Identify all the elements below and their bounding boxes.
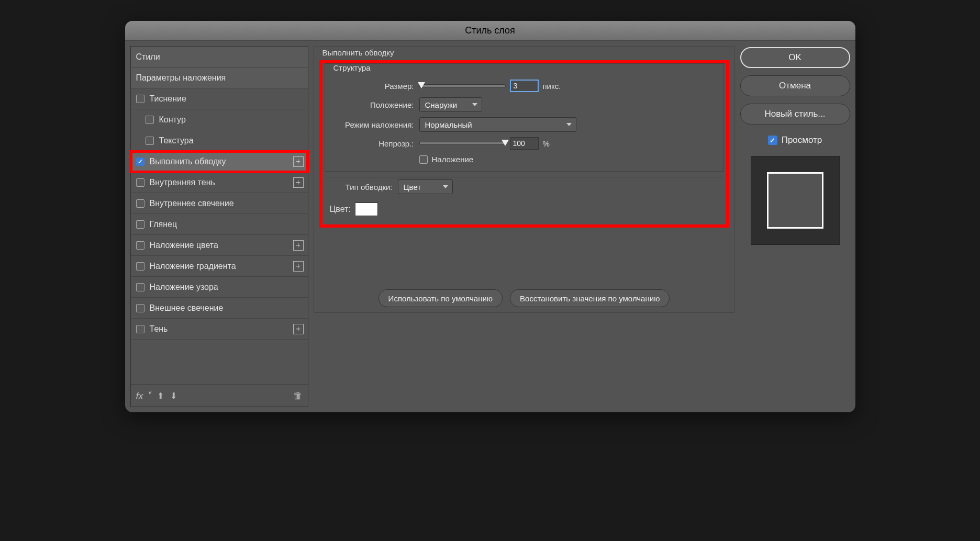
sidebar-item-outer-glow[interactable]: Внешнее свечение bbox=[131, 298, 308, 319]
size-label: Размер: bbox=[330, 82, 419, 91]
size-row: Размер: пикс. bbox=[330, 80, 718, 92]
opacity-slider[interactable] bbox=[419, 142, 506, 145]
blendmode-row: Режим наложения: Нормальный bbox=[330, 117, 718, 132]
size-input[interactable] bbox=[510, 80, 539, 92]
sidebar-styles-header[interactable]: Стили bbox=[131, 47, 308, 67]
cancel-button[interactable]: Отмена bbox=[740, 75, 850, 96]
overprint-checkbox[interactable]: Наложение bbox=[419, 155, 474, 164]
checkbox-icon[interactable] bbox=[146, 116, 154, 124]
structure-legend: Структура bbox=[330, 63, 374, 72]
filltype-select[interactable]: Цвет bbox=[398, 179, 453, 194]
overprint-row: Наложение bbox=[330, 155, 718, 164]
dialog-title: Стиль слоя bbox=[465, 25, 515, 36]
checkbox-icon[interactable] bbox=[136, 304, 144, 312]
color-row: Цвет: bbox=[330, 202, 719, 216]
ok-button[interactable]: OK bbox=[740, 47, 850, 68]
make-default-button[interactable]: Использовать по умолчанию bbox=[378, 289, 503, 307]
color-swatch[interactable] bbox=[355, 202, 378, 216]
dialog-body: Стили Параметры наложения Тиснение Конту… bbox=[125, 41, 855, 412]
move-up-icon[interactable]: ⬆ bbox=[157, 391, 164, 401]
opacity-input[interactable] bbox=[510, 137, 539, 150]
preview-checkbox-row[interactable]: ✓ Просмотр bbox=[740, 135, 850, 145]
color-label: Цвет: bbox=[330, 205, 351, 214]
sidebar-item-color-overlay[interactable]: Наложение цвета＋ bbox=[131, 235, 308, 256]
settings-panel: Выполнить обводку Структура Размер: пикс… bbox=[314, 46, 735, 407]
add-effect-icon[interactable]: ＋ bbox=[293, 156, 304, 167]
add-effect-icon[interactable]: ＋ bbox=[293, 261, 304, 272]
trash-icon[interactable]: 🗑 bbox=[293, 390, 303, 401]
sidebar-item-gradient-overlay[interactable]: Наложение градиента＋ bbox=[131, 256, 308, 277]
size-slider[interactable] bbox=[419, 84, 506, 87]
checkbox-icon: ✓ bbox=[768, 136, 777, 145]
filltype-label: Тип обводки: bbox=[330, 183, 398, 191]
sidebar-item-stroke[interactable]: Выполнить обводку＋ bbox=[131, 151, 308, 172]
new-style-button[interactable]: Новый стиль... bbox=[740, 104, 850, 125]
opacity-row: Непрозр.: % bbox=[330, 137, 718, 150]
default-buttons-row: Использовать по умолчанию Восстановить з… bbox=[319, 289, 729, 307]
checkbox-icon[interactable] bbox=[136, 283, 144, 291]
preview-shape bbox=[767, 172, 823, 229]
spacer bbox=[319, 228, 729, 285]
sidebar-item-texture[interactable]: Текстура bbox=[131, 130, 308, 151]
action-panel: OK Отмена Новый стиль... ✓ Просмотр bbox=[740, 46, 850, 407]
checkbox-icon[interactable] bbox=[136, 262, 144, 270]
sidebar-item-satin[interactable]: Глянец bbox=[131, 214, 308, 235]
preview-canvas bbox=[751, 156, 840, 245]
panel-title: Выполнить обводку bbox=[319, 48, 397, 57]
highlighted-settings: Структура Размер: пикс. Положение: Снару… bbox=[319, 60, 729, 228]
filltype-group: Тип обводки: Цвет Цвет: bbox=[325, 177, 724, 222]
opacity-label: Непрозр.: bbox=[330, 139, 419, 148]
checkbox-icon[interactable] bbox=[136, 157, 144, 166]
sidebar-item-inner-shadow[interactable]: Внутренняя тень＋ bbox=[131, 172, 308, 193]
sidebar-item-pattern-overlay[interactable]: Наложение узора bbox=[131, 277, 308, 298]
filltype-row: Тип обводки: Цвет bbox=[330, 179, 719, 194]
sidebar-item-inner-glow[interactable]: Внутреннее свечение bbox=[131, 193, 308, 214]
checkbox-icon[interactable] bbox=[146, 137, 154, 145]
opacity-unit: % bbox=[543, 139, 550, 148]
blendmode-select[interactable]: Нормальный bbox=[419, 117, 576, 132]
sidebar-footer: fx ˅ ⬆ ⬇ 🗑 bbox=[130, 385, 308, 407]
checkbox-icon[interactable] bbox=[136, 325, 144, 333]
checkbox-icon bbox=[419, 155, 428, 164]
dialog-titlebar[interactable]: Стиль слоя bbox=[125, 21, 855, 41]
add-effect-icon[interactable]: ＋ bbox=[293, 177, 304, 188]
checkbox-icon[interactable] bbox=[136, 95, 144, 103]
checkbox-icon[interactable] bbox=[136, 199, 144, 208]
checkbox-icon[interactable] bbox=[136, 220, 144, 229]
blendmode-label: Режим наложения: bbox=[330, 120, 419, 129]
add-effect-icon[interactable]: ＋ bbox=[293, 324, 304, 334]
position-row: Положение: Снаружи bbox=[330, 97, 718, 112]
sidebar-blending-options[interactable]: Параметры наложения bbox=[131, 67, 308, 88]
stroke-fieldset: Выполнить обводку Структура Размер: пикс… bbox=[314, 46, 735, 313]
position-label: Положение: bbox=[330, 100, 419, 109]
reset-default-button[interactable]: Восстановить значения по умолчанию bbox=[510, 289, 670, 307]
sidebar-item-contour[interactable]: Контур bbox=[131, 109, 308, 130]
slider-thumb-icon[interactable] bbox=[418, 82, 425, 88]
checkbox-icon[interactable] bbox=[136, 241, 144, 250]
position-select[interactable]: Снаружи bbox=[419, 97, 482, 112]
size-unit: пикс. bbox=[543, 82, 561, 91]
styles-list: Стили Параметры наложения Тиснение Конту… bbox=[130, 46, 308, 385]
fx-menu-icon[interactable]: fx ˅ bbox=[136, 390, 151, 402]
move-down-icon[interactable]: ⬇ bbox=[170, 391, 177, 401]
preview-label: Просмотр bbox=[782, 135, 822, 145]
add-effect-icon[interactable]: ＋ bbox=[293, 240, 304, 251]
sidebar-item-emboss[interactable]: Тиснение bbox=[131, 88, 308, 109]
checkbox-icon[interactable] bbox=[136, 178, 144, 187]
sidebar-item-drop-shadow[interactable]: Тень＋ bbox=[131, 319, 308, 340]
structure-group: Структура Размер: пикс. Положение: Снару… bbox=[325, 63, 724, 172]
slider-thumb-icon[interactable] bbox=[502, 140, 509, 146]
styles-sidebar: Стили Параметры наложения Тиснение Конту… bbox=[130, 46, 308, 407]
layer-style-dialog: Стиль слоя Стили Параметры наложения Тис… bbox=[125, 21, 855, 412]
